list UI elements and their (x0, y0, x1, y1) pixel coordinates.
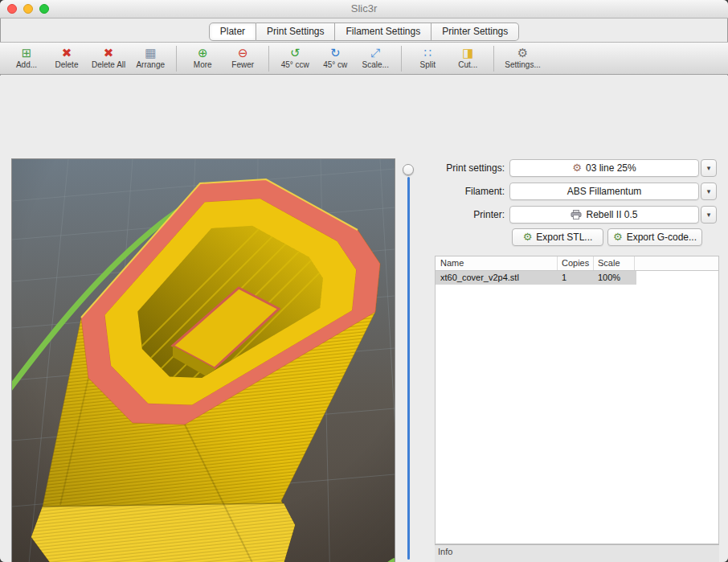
toolbar-fewer-button[interactable]: ⊖ Fewer (223, 46, 263, 71)
toolbar-more-button[interactable]: ⊕ More (182, 46, 223, 71)
rotate-cw-icon: ↻ (330, 47, 341, 60)
tab-set: Plater Print Settings Filament Settings … (209, 23, 520, 41)
toolbar-split-label: Split (420, 60, 436, 70)
toolbar-more-label: More (194, 60, 212, 70)
tab-bar: Plater Print Settings Filament Settings … (0, 18, 728, 42)
object-table-header: Name Copies Scale (436, 256, 718, 271)
export-gcode-gear-icon: ⚙ (613, 232, 623, 243)
column-header-copies[interactable]: Copies (558, 256, 594, 270)
toolbar-cut-button[interactable]: ◨ Cut... (448, 46, 488, 71)
print-settings-dropdown-button[interactable]: ▾ (701, 159, 717, 177)
export-gcode-label: Export G-code... (627, 232, 697, 243)
chevron-down-icon: ▾ (707, 211, 711, 219)
info-panel-title: Info (438, 547, 452, 556)
3d-viewport-canvas[interactable] (12, 159, 395, 562)
toolbar-delete-all-label: Delete All (92, 60, 125, 70)
scale-icon: ⤢ (370, 47, 380, 60)
cell-object-name: xt60_cover_v2p4.stl (436, 271, 558, 285)
toolbar: ⊞ Add... ✖ Delete ✖ Delete All ▦ Arrange… (0, 42, 728, 75)
cell-object-copies: 1 (558, 271, 594, 285)
tab-plater[interactable]: Plater (209, 23, 256, 41)
toolbar-settings-button[interactable]: ⚙ Settings... (500, 46, 545, 71)
toolbar-add-label: Add... (16, 60, 37, 70)
tab-printer-settings[interactable]: Printer Settings (431, 23, 519, 41)
toolbar-separator (493, 46, 494, 72)
toolbar-separator (268, 46, 269, 72)
window-title: Slic3r (0, 0, 728, 18)
toolbar-arrange-label: Arrange (136, 60, 165, 70)
printer-icon (571, 210, 582, 219)
info-panel: Info Size: 19.20 x 12.00 x 10.00 Volume:… (435, 544, 719, 562)
export-stl-button[interactable]: ⚙ Export STL... (512, 228, 603, 246)
export-gcode-button[interactable]: ⚙ Export G-code... (607, 228, 702, 246)
chevron-down-icon: ▾ (707, 164, 711, 172)
filament-select[interactable]: ABS Fillamentum (509, 183, 699, 200)
split-icon: ∷ (423, 47, 431, 60)
layer-slider-track[interactable] (407, 177, 410, 560)
settings-gear-icon: ⚙ (517, 47, 528, 60)
delete-icon: ✖ (62, 47, 72, 60)
toolbar-arrange-button[interactable]: ▦ Arrange (130, 46, 170, 71)
more-icon: ⊕ (198, 47, 208, 60)
chevron-down-icon: ▾ (707, 187, 711, 195)
filament-value: ABS Fillamentum (567, 186, 642, 197)
printer-label: Printer: (399, 209, 505, 221)
fewer-icon: ⊖ (238, 47, 248, 60)
toolbar-split-button[interactable]: ∷ Split (407, 46, 448, 71)
toolbar-delete-label: Delete (55, 60, 79, 70)
toolbar-cut-label: Cut... (458, 60, 477, 70)
toolbar-rotate-cw-label: 45° cw (323, 60, 347, 70)
toolbar-group-settings: ⚙ Settings... (500, 46, 545, 71)
table-row[interactable]: xt60_cover_v2p4.stl 1 100% (436, 271, 636, 285)
toolbar-group-modify: ∷ Split ◨ Cut... (407, 46, 488, 71)
toolbar-group-copies: ⊕ More ⊖ Fewer (182, 46, 263, 71)
tab-filament-settings[interactable]: Filament Settings (335, 23, 431, 41)
toolbar-add-button[interactable]: ⊞ Add... (6, 46, 47, 71)
print-settings-select[interactable]: ⚙ 03 line 25% (509, 159, 699, 177)
toolbar-fewer-label: Fewer (231, 60, 254, 70)
print-settings-label: Print settings: (399, 162, 505, 174)
toolbar-scale-button[interactable]: ⤢ Scale... (355, 46, 395, 71)
column-header-name[interactable]: Name (436, 256, 558, 270)
app-window: Slic3r Plater Print Settings Filament Se… (0, 0, 728, 562)
export-stl-gear-icon: ⚙ (523, 232, 533, 243)
toolbar-separator (176, 46, 177, 72)
filament-dropdown-button[interactable]: ▾ (701, 183, 717, 200)
filament-label: Filament: (399, 186, 505, 198)
print-settings-gear-icon: ⚙ (572, 162, 582, 174)
cell-object-scale: 100% (594, 271, 635, 285)
toolbar-scale-label: Scale... (362, 60, 389, 70)
toolbar-delete-button[interactable]: ✖ Delete (47, 46, 87, 71)
main-area: 9.95 3D 2D Preview Layers Print settings… (0, 76, 728, 562)
printer-value: Rebell II 0.5 (586, 209, 637, 220)
toolbar-separator (401, 46, 402, 72)
toolbar-rotate-ccw-label: 45° ccw (281, 60, 309, 70)
tab-print-settings[interactable]: Print Settings (256, 23, 335, 41)
toolbar-group-objects: ⊞ Add... ✖ Delete ✖ Delete All ▦ Arrange (6, 46, 170, 71)
rotate-ccw-icon: ↺ (290, 47, 301, 60)
print-settings-value: 03 line 25% (586, 162, 636, 174)
toolbar-delete-all-button[interactable]: ✖ Delete All (87, 46, 130, 71)
export-stl-label: Export STL... (536, 232, 592, 243)
delete-all-icon: ✖ (104, 47, 114, 60)
printer-select[interactable]: Rebell II 0.5 (509, 206, 699, 224)
toolbar-rotate-cw-button[interactable]: ↻ 45° cw (315, 46, 355, 71)
toolbar-group-transform: ↺ 45° ccw ↻ 45° cw ⤢ Scale... (275, 46, 395, 71)
arrange-icon: ▦ (145, 47, 156, 60)
column-header-scale[interactable]: Scale (594, 256, 635, 270)
toolbar-settings-label: Settings... (505, 60, 540, 70)
add-icon: ⊞ (22, 47, 32, 60)
toolbar-rotate-ccw-button[interactable]: ↺ 45° ccw (275, 46, 315, 71)
column-header-filler (635, 256, 718, 270)
3d-viewport[interactable] (11, 158, 395, 562)
printer-dropdown-button[interactable]: ▾ (701, 206, 717, 224)
title-bar: Slic3r (0, 0, 728, 18)
object-table: Name Copies Scale xt60_cover_v2p4.stl 1 … (435, 256, 719, 544)
cut-icon: ◨ (462, 47, 473, 60)
